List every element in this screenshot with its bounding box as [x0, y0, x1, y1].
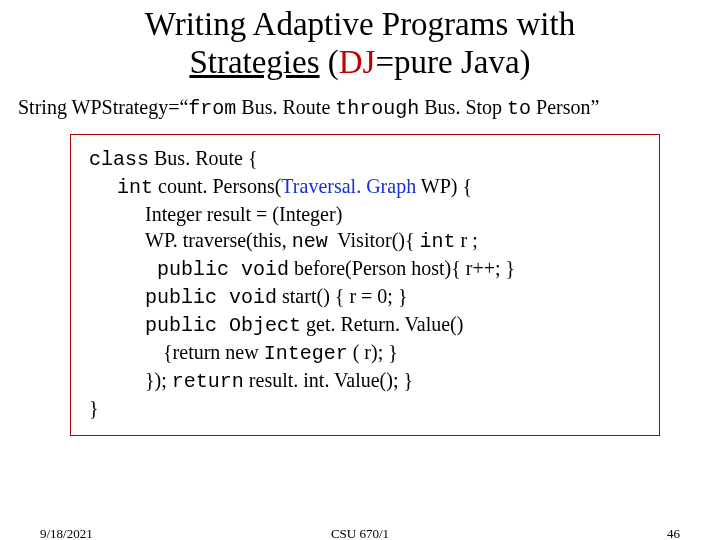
title-dj: DJ	[339, 44, 376, 80]
kw-return: return	[172, 370, 244, 393]
kw-public-object: public Object	[145, 314, 301, 337]
code-l2d: WP) {	[416, 175, 472, 197]
type-traversalgraph: Traversal. Graph	[281, 175, 416, 197]
title-line2-strategies: Strategies	[189, 44, 319, 80]
slide: Writing Adaptive Programs with Strategie…	[0, 0, 720, 540]
code-line-2: int count. Persons(Traversal. Graph WP) …	[89, 173, 641, 201]
kw-int2: int	[420, 230, 456, 253]
code-l8c: ( r); }	[348, 341, 398, 363]
code-l2b: count. Persons(	[153, 175, 281, 197]
str-to: to	[507, 97, 531, 120]
code-l8a: {return new	[163, 341, 264, 363]
code-line-4: WP. traverse(this, new Visitor(){ int r …	[89, 227, 641, 255]
code-line-8: {return new Integer ( r); }	[89, 339, 641, 367]
footer-page-number: 46	[667, 526, 680, 540]
code-line-9: }); return result. int. Value(); }	[89, 367, 641, 395]
str-p3: Bus. Route	[236, 96, 335, 118]
code-l10: }	[89, 397, 99, 419]
code-line-6: public void start() { r = 0; }	[89, 283, 641, 311]
title-paren-open: (	[320, 44, 339, 80]
type-integer: Integer	[264, 342, 348, 365]
code-line-5: public void before(Person host){ r++; }	[89, 255, 641, 283]
footer-course: CSU 670/1	[0, 526, 720, 540]
code-l7b: get. Return. Value()	[301, 313, 463, 335]
kw-new: new	[292, 230, 328, 253]
str-through: through	[335, 97, 419, 120]
code-line-7: public Object get. Return. Value()	[89, 311, 641, 339]
code-line-10: }	[89, 395, 641, 421]
str-p7: Person”	[531, 96, 599, 118]
code-l6b: start() { r = 0; }	[277, 285, 407, 307]
title-line2-rest: =pure Java)	[375, 44, 530, 80]
code-l3: Integer result = (Integer)	[145, 203, 342, 225]
code-l4e: r ;	[456, 229, 478, 251]
str-p1: String WPStrategy=“	[18, 96, 188, 118]
code-line-3: Integer result = (Integer)	[89, 201, 641, 227]
code-box: class Bus. Route { int count. Persons(Tr…	[70, 134, 660, 436]
kw-public-void1: public void	[145, 258, 289, 281]
strategy-definition: String WPStrategy=“from Bus. Route throu…	[0, 96, 720, 120]
code-l9c: result. int. Value(); }	[244, 369, 413, 391]
code-l1b: Bus. Route {	[149, 147, 258, 169]
code-l4a: WP. traverse(this,	[145, 229, 292, 251]
kw-public-void2: public void	[145, 286, 277, 309]
slide-title: Writing Adaptive Programs with Strategie…	[0, 0, 720, 82]
str-p5: Bus. Stop	[419, 96, 507, 118]
code-l4c: Visitor(){	[328, 229, 420, 251]
kw-class: class	[89, 148, 149, 171]
kw-int: int	[117, 176, 153, 199]
code-line-1: class Bus. Route {	[89, 145, 641, 173]
str-from: from	[188, 97, 236, 120]
code-l9a: });	[145, 369, 172, 391]
title-line1: Writing Adaptive Programs with	[145, 6, 575, 42]
code-l5b: before(Person host){ r++; }	[289, 257, 515, 279]
